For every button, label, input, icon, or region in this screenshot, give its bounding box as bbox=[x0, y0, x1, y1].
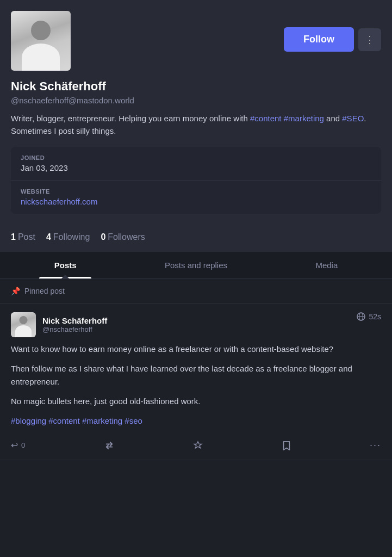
like-action[interactable] bbox=[193, 441, 203, 450]
repost-action[interactable] bbox=[104, 441, 114, 450]
profile-top-row: Follow ⋮ bbox=[11, 11, 381, 71]
bio-tag-seo[interactable]: #SEO bbox=[342, 114, 364, 123]
reply-icon: ↩ bbox=[11, 440, 18, 450]
profile-bio: Writer, blogger, entrepreneur. Helping y… bbox=[11, 113, 381, 137]
bio-tag-content[interactable]: #content bbox=[250, 114, 282, 123]
joined-date: Jan 03, 2023 bbox=[21, 163, 371, 172]
pin-icon: 📌 bbox=[11, 287, 20, 295]
website-row: WEBSITE nickschaeferhoff.com bbox=[11, 180, 381, 214]
followers-count: 0 bbox=[101, 232, 105, 242]
bookmark-action[interactable] bbox=[282, 441, 291, 450]
tab-posts[interactable]: Posts bbox=[0, 252, 130, 278]
post-actions: ↩ 0 ··· bbox=[11, 435, 381, 451]
website-link[interactable]: nickschaeferhoff.com bbox=[21, 197, 97, 206]
post-body: Want to know how to earn money online as… bbox=[11, 343, 381, 428]
website-value: nickschaeferhoff.com bbox=[21, 197, 371, 206]
joined-label: JOINED bbox=[21, 154, 371, 161]
profile-actions: Follow ⋮ bbox=[284, 27, 381, 52]
bookmark-icon bbox=[282, 441, 291, 450]
tag-content[interactable]: #content bbox=[48, 416, 80, 425]
profile-handle: @nschaeferhoff@mastodon.world bbox=[11, 96, 381, 105]
posts-count: 1 bbox=[11, 232, 16, 242]
profile-name: Nick Schäferhoff bbox=[11, 79, 381, 94]
stat-following[interactable]: 4 Following bbox=[46, 232, 90, 242]
reply-action[interactable]: ↩ 0 bbox=[11, 440, 25, 450]
post-card: Nick Schäferhoff @nschaeferhoff 52s Want… bbox=[0, 304, 392, 460]
post-author-info: Nick Schäferhoff @nschaeferhoff bbox=[42, 316, 107, 333]
posts-label: Post bbox=[18, 232, 35, 242]
profile-meta: JOINED Jan 03, 2023 WEBSITE nickschaefer… bbox=[11, 147, 381, 214]
bio-tag-marketing[interactable]: #marketing bbox=[284, 114, 324, 123]
post-author: Nick Schäferhoff @nschaeferhoff bbox=[11, 312, 107, 337]
stat-posts[interactable]: 1 Post bbox=[11, 232, 35, 242]
post-author-handle: @nschaeferhoff bbox=[42, 325, 107, 333]
following-count: 4 bbox=[46, 232, 51, 242]
tag-marketing[interactable]: #marketing bbox=[82, 416, 122, 425]
profile-header: Follow ⋮ Nick Schäferhoff @nschaeferhoff… bbox=[0, 0, 392, 252]
post-author-name: Nick Schäferhoff bbox=[42, 316, 107, 325]
globe-icon bbox=[357, 312, 365, 321]
repost-icon bbox=[104, 441, 114, 450]
tab-media[interactable]: Media bbox=[262, 252, 392, 278]
star-icon bbox=[193, 441, 203, 450]
follow-button[interactable]: Follow bbox=[284, 27, 354, 52]
tabs-bar: Posts Posts and replies Media bbox=[0, 252, 392, 279]
more-options-button[interactable]: ⋮ bbox=[358, 28, 381, 51]
tag-blogging[interactable]: #blogging bbox=[11, 416, 46, 425]
following-label: Following bbox=[53, 232, 90, 242]
post-header: Nick Schäferhoff @nschaeferhoff 52s bbox=[11, 312, 381, 337]
feed: 📌 Pinned post Nick Schäferhoff @nschaefe… bbox=[0, 279, 392, 460]
followers-label: Followers bbox=[108, 232, 145, 242]
tag-seo[interactable]: #seo bbox=[125, 416, 142, 425]
reply-count: 0 bbox=[21, 441, 25, 449]
profile-stats: 1 Post 4 Following 0 Followers bbox=[11, 224, 381, 252]
pinned-label: 📌 Pinned post bbox=[0, 279, 392, 304]
tab-posts-replies[interactable]: Posts and replies bbox=[130, 252, 261, 278]
avatar bbox=[11, 11, 71, 71]
post-avatar bbox=[11, 312, 36, 337]
post-tags: #blogging #content #marketing #seo bbox=[11, 414, 381, 428]
joined-row: JOINED Jan 03, 2023 bbox=[11, 147, 381, 180]
stat-followers[interactable]: 0 Followers bbox=[101, 232, 145, 242]
post-time: 52s bbox=[357, 312, 381, 321]
more-action[interactable]: ··· bbox=[370, 440, 381, 451]
website-label: WEBSITE bbox=[21, 188, 371, 195]
